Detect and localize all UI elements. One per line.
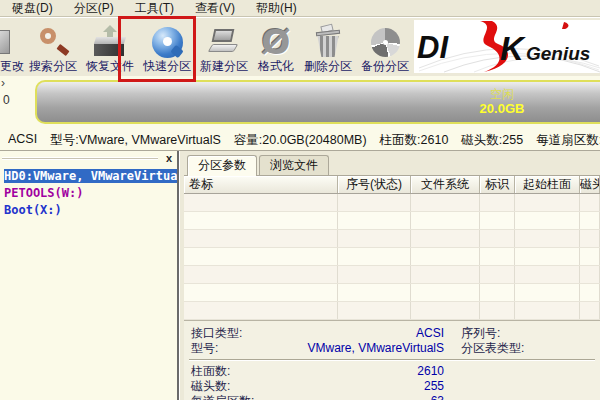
detail-value: ACSI bbox=[294, 326, 444, 341]
detail-label: 柱面数: bbox=[191, 364, 230, 379]
menu-help[interactable]: 帮助(H) bbox=[256, 0, 297, 17]
detail-value: 2610 bbox=[294, 364, 444, 379]
header-flag[interactable]: 标识 bbox=[480, 176, 515, 193]
details-separator bbox=[189, 359, 595, 361]
toolbar-button-label: 新建分区 bbox=[200, 60, 248, 73]
tree-item-petools[interactable]: PETOOLS(W:) bbox=[0, 185, 177, 202]
table-row bbox=[184, 194, 600, 212]
new-partition-icon bbox=[208, 26, 240, 58]
detail-row: 磁头数: 255 bbox=[184, 379, 600, 394]
tab-browse-files[interactable]: 浏览文件 bbox=[259, 155, 329, 175]
logo-text-genius: Genius bbox=[526, 43, 590, 64]
disk-details-panel: 接口类型: ACSI 序列号: 型号: VMware, VMwareVirtua… bbox=[184, 320, 600, 400]
menu-view[interactable]: 查看(V) bbox=[195, 0, 235, 17]
delete-partition-icon bbox=[313, 25, 343, 59]
detail-value: 255 bbox=[294, 379, 444, 394]
partition-table: 卷标 序号(状态) 文件系统 标识 起始柱面 磁头 bbox=[184, 176, 600, 320]
header-filesystem[interactable]: 文件系统 bbox=[411, 176, 480, 193]
tree-item-hd0[interactable]: HD0:VMware, VMwareVirtualS bbox=[0, 168, 177, 185]
tree-panel-header: x bbox=[0, 151, 177, 166]
menu-bar: 硬盘(D) 分区(P) 工具(T) 查看(V) 帮助(H) bbox=[0, 0, 600, 17]
disk-map-area: › 0 空闲 20.0GB ACSI 型号:VMware, VMwareVirt… bbox=[0, 76, 600, 150]
diskgenius-logo: DI K Genius bbox=[414, 20, 600, 73]
table-row bbox=[184, 212, 600, 230]
detail-row: 每道扇区数: 63 bbox=[184, 394, 600, 400]
header-index-status[interactable]: 序号(状态) bbox=[338, 176, 411, 193]
header-start-cylinder[interactable]: 起始柱面 bbox=[515, 176, 580, 193]
menu-tools[interactable]: 工具(T) bbox=[135, 0, 174, 17]
detail-label: 接口类型: bbox=[191, 326, 242, 341]
menu-disk[interactable]: 硬盘(D) bbox=[12, 0, 53, 17]
table-row bbox=[184, 248, 600, 266]
format-button[interactable]: Ø 格式化 bbox=[252, 18, 300, 76]
partition-tree-panel: x HD0:VMware, VMwareVirtualS PETOOLS(W:)… bbox=[0, 151, 179, 400]
detail-label: 型号: bbox=[191, 341, 218, 356]
toolbar-button-label: 备份分区 bbox=[361, 60, 409, 73]
partition-tree: HD0:VMware, VMwareVirtualS PETOOLS(W:) B… bbox=[0, 166, 177, 219]
toolbar: 更改 搜索分区 恢复文件 bbox=[0, 17, 600, 76]
table-row bbox=[184, 302, 600, 320]
disk-heads: 磁头数:255 bbox=[461, 132, 523, 149]
menu-partition[interactable]: 分区(P) bbox=[74, 0, 114, 17]
save-changes-icon bbox=[0, 30, 10, 54]
disk-index-label: 0 bbox=[3, 93, 10, 107]
disk-model: 型号:VMware, VMwareVirtualS bbox=[50, 132, 221, 149]
disk-cylinders: 柱面数:2610 bbox=[380, 132, 449, 149]
disk-interface: ACSI bbox=[8, 132, 37, 149]
logo-text-di: DI bbox=[417, 30, 449, 65]
free-space-label: 空闲 bbox=[447, 87, 557, 101]
detail-label: 分区表类型: bbox=[461, 341, 524, 356]
detail-value: VMware, VMwareVirtualS bbox=[294, 341, 444, 356]
table-header-row: 卷标 序号(状态) 文件系统 标识 起始柱面 磁头 bbox=[184, 176, 600, 194]
tab-partition-parameters[interactable]: 分区参数 bbox=[187, 155, 257, 176]
backup-partition-button[interactable]: 备份分区 bbox=[356, 18, 414, 76]
table-row bbox=[184, 266, 600, 284]
delete-partition-button[interactable]: 删除分区 bbox=[300, 18, 356, 76]
detail-label: 序列号: bbox=[461, 326, 500, 341]
table-row bbox=[184, 284, 600, 302]
diskgenius-window: 硬盘(D) 分区(P) 工具(T) 查看(V) 帮助(H) 更改 搜索分区 bbox=[0, 0, 600, 400]
toolbar-button-label: 删除分区 bbox=[304, 60, 352, 73]
save-changes-button-partial[interactable]: 更改 bbox=[0, 18, 24, 76]
new-partition-button[interactable]: 新建分区 bbox=[196, 18, 252, 76]
detail-label: 磁头数: bbox=[191, 379, 230, 394]
logo-text-k: K bbox=[500, 30, 526, 67]
disk-sectors-per-track: 每道扇区数:63 bbox=[536, 132, 600, 149]
main-split: x HD0:VMware, VMwareVirtualS PETOOLS(W:)… bbox=[0, 150, 600, 400]
toolbar-button-label: 更改 bbox=[0, 60, 24, 73]
disk-capacity: 容量:20.0GB(20480MB) bbox=[234, 132, 367, 149]
partition-detail-panel: 分区参数 浏览文件 卷标 序号(状态) 文件系统 标识 起始柱面 磁头 bbox=[184, 151, 600, 400]
detail-row: 接口类型: ACSI 序列号: bbox=[184, 326, 600, 341]
backup-partition-icon bbox=[371, 28, 400, 57]
table-row bbox=[184, 230, 600, 248]
header-head[interactable]: 磁头 bbox=[580, 176, 600, 193]
header-volume-label[interactable]: 卷标 bbox=[184, 176, 338, 193]
detail-label: 每道扇区数: bbox=[191, 394, 254, 400]
format-icon: Ø bbox=[262, 25, 291, 59]
detail-row: 型号: VMware, VMwareVirtualS 分区表类型: bbox=[184, 341, 600, 356]
toolbar-button-label: 搜索分区 bbox=[29, 60, 77, 73]
panel-grip-handle[interactable] bbox=[2, 157, 158, 160]
detail-row: 柱面数: 2610 bbox=[184, 364, 600, 379]
disk-info-line: ACSI 型号:VMware, VMwareVirtualS 容量:20.0GB… bbox=[8, 132, 600, 149]
expand-arrow-icon: › bbox=[1, 76, 5, 90]
close-panel-button[interactable]: x bbox=[166, 152, 172, 164]
tree-item-boot[interactable]: Boot(X:) bbox=[0, 202, 177, 219]
free-space-bar[interactable]: 空闲 20.0GB bbox=[35, 80, 600, 124]
search-partition-icon bbox=[38, 26, 68, 58]
tab-strip: 分区参数 浏览文件 bbox=[184, 151, 600, 176]
annotation-highlight-box bbox=[118, 16, 196, 82]
free-space-size: 20.0GB bbox=[447, 101, 557, 117]
detail-value: 63 bbox=[294, 394, 444, 400]
search-partition-button[interactable]: 搜索分区 bbox=[24, 18, 82, 76]
tree-item-hd0-label: HD0:VMware, VMwareVirtualS bbox=[4, 169, 177, 183]
